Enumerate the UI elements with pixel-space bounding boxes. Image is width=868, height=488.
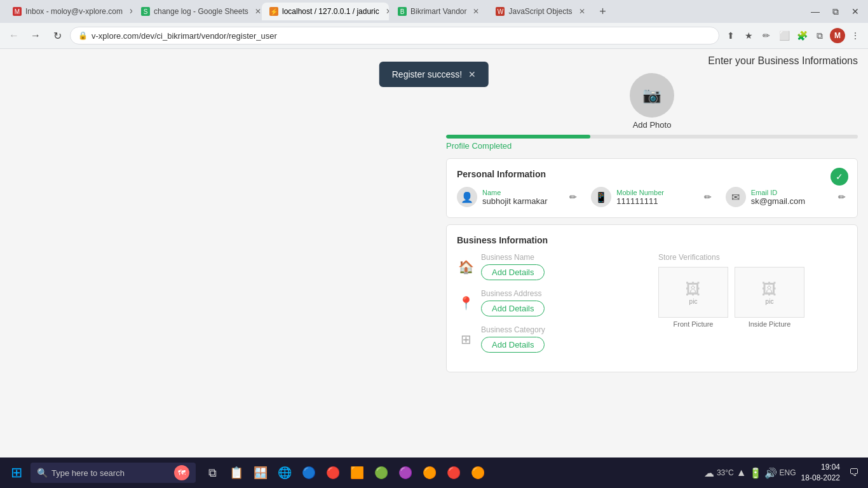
start-button[interactable]: ⊞: [5, 461, 28, 484]
tab-favicon-sheets: S: [141, 7, 150, 16]
windows-logo-icon: ⊞: [11, 464, 22, 481]
inside-picture-label: Inside Picture: [749, 320, 791, 328]
inside-pic-text: pic: [766, 298, 774, 305]
business-info-inner: 🏠 Business Name Add Details 📍 Business A…: [457, 253, 847, 362]
volume-icon[interactable]: 🔊: [764, 467, 777, 479]
extensions-icon[interactable]: 🧩: [794, 28, 810, 43]
taskbar-right: ☁ 33°C ▲ 🔋 🔊 ENG 19:04 18-08-2022 🗨: [704, 462, 863, 484]
taskbar-app-3[interactable]: 🔴: [322, 461, 344, 484]
front-picture-label: Front Picture: [674, 320, 714, 328]
tab-close-localhost[interactable]: ✕: [386, 7, 389, 16]
tab-label-js: JavaScript Objects: [508, 7, 572, 16]
email-value: sk@gmail.com: [751, 196, 832, 206]
tab-label-sheets: change log - Google Sheets: [154, 7, 248, 16]
tab-js[interactable]: W JavaScript Objects ✕: [488, 3, 592, 20]
business-category-content: Business Category Add Details: [481, 325, 646, 353]
location-icon: 📍: [457, 295, 475, 311]
cortana-map-icon: 🗺: [178, 468, 186, 477]
taskbar-system-icons: ☁ 33°C ▲ 🔋 🔊 ENG: [704, 467, 796, 479]
business-name-add-btn[interactable]: Add Details: [481, 264, 545, 280]
notification-center-button[interactable]: 🗨: [845, 464, 863, 482]
window-minimize[interactable]: —: [807, 5, 824, 18]
menu-icon[interactable]: ⋮: [848, 28, 863, 43]
taskbar-edge[interactable]: 🌐: [273, 461, 296, 484]
tab-localhost[interactable]: ⚡ localhost / 127.0.0.1 / jaduric ✕: [262, 3, 389, 20]
email-field-content: Email ID sk@gmail.com: [751, 189, 832, 206]
personal-info-card: Personal Information ✓ 👤 Name subhojit k…: [446, 158, 858, 218]
language-text: ENG: [780, 468, 796, 477]
sidebar-icon[interactable]: ⧉: [812, 28, 827, 43]
email-field: ✉ Email ID sk@gmail.com ✏: [726, 187, 847, 207]
tab-sheets[interactable]: S change log - Google Sheets ✕: [133, 3, 261, 20]
screenshot-icon[interactable]: ⬜: [776, 28, 792, 43]
bookmark-icon[interactable]: ★: [741, 28, 756, 43]
tab-close-bikrimart[interactable]: ✕: [473, 7, 479, 16]
business-address-content: Business Address Add Details: [481, 289, 646, 316]
new-tab-button[interactable]: +: [594, 3, 612, 20]
taskbar-edge-dev[interactable]: 🔵: [297, 461, 320, 484]
forward-button[interactable]: →: [27, 27, 44, 44]
taskbar-app-6[interactable]: 🟣: [394, 461, 417, 484]
refresh-button[interactable]: ↻: [48, 27, 66, 44]
window-close[interactable]: ✕: [848, 5, 863, 18]
personal-info-row: 👤 Name subhojit karmakar ✏ 📱 Mobile Numb…: [457, 187, 847, 207]
email-edit-btn[interactable]: ✏: [837, 191, 847, 203]
taskbar-search-box[interactable]: 🔍 Type here to search 🗺: [31, 463, 196, 483]
front-picture-upload[interactable]: 🖼 pic: [658, 267, 728, 318]
business-category-row: ⊞ Business Category Add Details: [457, 325, 646, 353]
photo-upload-button[interactable]: 📷: [630, 73, 674, 118]
right-column: Enter your Business Informations 📷 Add P…: [436, 49, 868, 385]
taskbar-app-4[interactable]: 🟧: [346, 461, 369, 484]
business-info-card: Business Information 🏠 Business Name Add…: [446, 224, 858, 372]
tab-favicon-localhost: ⚡: [269, 7, 278, 16]
home-icon: 🏠: [457, 259, 475, 274]
temperature-text: 33°C: [717, 468, 734, 477]
toast-notification: Register success! ✕: [379, 62, 489, 87]
taskbar-search-text: Type here to search: [51, 468, 125, 478]
category-icon: ⊞: [457, 332, 475, 347]
network-icon[interactable]: ▲: [736, 467, 747, 478]
tab-close-js[interactable]: ✕: [579, 7, 585, 16]
taskbar-task-view[interactable]: ⧉: [201, 461, 224, 484]
profile-avatar[interactable]: M: [830, 28, 845, 43]
tab-bar: M Inbox - moloy@v-xplore.com ✕ S change …: [0, 0, 868, 23]
taskbar-app-1[interactable]: 📋: [225, 461, 248, 484]
taskbar: ⊞ 🔍 Type here to search 🗺 ⧉ 📋 🪟 🌐 🔵 🔴 🟧 …: [0, 458, 868, 488]
store-verif-label: Store Verifications: [658, 253, 847, 262]
front-pic-icon: 🖼: [686, 280, 701, 298]
name-edit-btn[interactable]: ✏: [568, 191, 578, 203]
business-address-add-btn[interactable]: Add Details: [481, 301, 545, 316]
battery-icon[interactable]: 🔋: [749, 467, 762, 479]
tab-label-localhost: localhost / 127.0.0.1 / jaduric: [282, 7, 379, 16]
personal-info-checkmark: ✓: [831, 168, 848, 186]
inside-picture-upload[interactable]: 🖼 pic: [735, 267, 804, 318]
mobile-label: Mobile Number: [616, 189, 697, 196]
mobile-field: 📱 Mobile Number 111111111 ✏: [591, 187, 712, 207]
camera-icon: 📷: [642, 86, 661, 104]
window-restore[interactable]: ⧉: [829, 5, 843, 18]
toast-close-btn[interactable]: ✕: [468, 69, 476, 79]
page-layout: Enter your Business Informations 📷 Add P…: [0, 49, 868, 458]
taskbar-app-5[interactable]: 🟢: [370, 461, 393, 484]
mobile-edit-btn[interactable]: ✏: [703, 191, 713, 203]
share-icon[interactable]: ⬆: [723, 28, 738, 43]
tab-close-gmail[interactable]: ✕: [129, 7, 132, 16]
taskbar-datetime[interactable]: 19:04 18-08-2022: [801, 462, 840, 484]
tab-bikrimart[interactable]: B Bikrimart Vandor ✕: [390, 3, 487, 20]
taskbar-app-2[interactable]: 🪟: [249, 461, 272, 484]
inside-pic-icon: 🖼: [762, 280, 777, 298]
cortana-icon[interactable]: 🗺: [174, 465, 189, 480]
business-category-add-btn[interactable]: Add Details: [481, 337, 545, 353]
add-photo-label: Add Photo: [633, 120, 672, 130]
url-bar[interactable]: 🔒 v-xplore.com/dev/ci_bikrimart/vendor/r…: [70, 27, 719, 44]
taskbar-app-7[interactable]: 🟠: [418, 461, 441, 484]
highlight-icon[interactable]: ✏: [759, 28, 774, 43]
taskbar-app-9[interactable]: 🟠: [466, 461, 489, 484]
tab-gmail[interactable]: M Inbox - moloy@v-xplore.com ✕: [5, 3, 132, 20]
taskbar-app-8[interactable]: 🔴: [442, 461, 465, 484]
back-button[interactable]: ←: [5, 27, 23, 44]
business-name-content: Business Name Add Details: [481, 253, 646, 280]
taskbar-date: 18-08-2022: [801, 473, 840, 484]
tab-close-sheets[interactable]: ✕: [255, 7, 261, 16]
store-verifications: Store Verifications 🖼 pic Front Picture: [658, 253, 847, 362]
